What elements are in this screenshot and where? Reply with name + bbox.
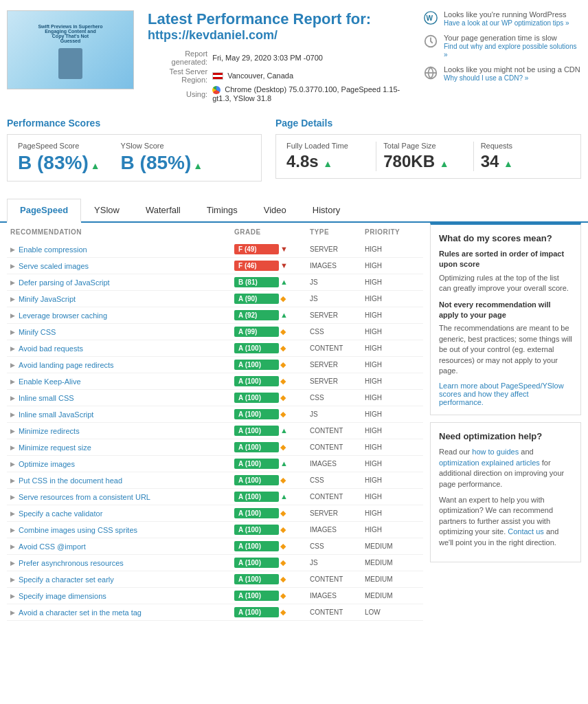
col-recommendation: RECOMMENDATION — [10, 228, 234, 236]
table-row: ▶ Specify a character set early A (100)◆… — [7, 571, 423, 588]
grade-badge: A (100) — [234, 475, 279, 485]
tab-waterfall[interactable]: Waterfall — [133, 199, 194, 221]
grade-badge: A (100) — [234, 558, 279, 568]
header-tips: W Looks like you're running WordPress Ha… — [423, 10, 581, 104]
grade-trend-up-icon: ▲ — [280, 311, 288, 319]
scores-box: PageSpeed Score B (83%)▲ YSlow Score B (… — [7, 134, 262, 182]
priority-cell: HIGH — [365, 493, 420, 500]
rec-name[interactable]: ▶ Minimize request size — [10, 443, 234, 452]
fully-loaded-time: Fully Loaded Time 4.8s ▲ — [286, 142, 376, 171]
tip-cdn-link[interactable]: Why should I use a CDN? » — [444, 74, 528, 82]
tab-history[interactable]: History — [299, 199, 353, 221]
expand-arrow-icon: ▶ — [10, 263, 15, 270]
type-cell: CONTENT — [310, 608, 365, 616]
table-row: ▶ Serve resources from a consistent URL … — [7, 489, 423, 505]
rec-name[interactable]: ▶ Enable compression — [10, 245, 234, 254]
type-cell: CONTENT — [310, 575, 365, 583]
tab-video[interactable]: Video — [251, 199, 299, 221]
requests-value: 34 ▲ — [481, 152, 563, 171]
table-row: ▶ Avoid a character set in the meta tag … — [7, 604, 423, 621]
tab-pagespeed[interactable]: PageSpeed — [7, 199, 81, 223]
grade-cell: A (100)◆ — [234, 541, 310, 551]
expand-arrow-icon: ▶ — [10, 609, 15, 616]
site-thumbnail: Swift Previews in SuperheroEngaging Cont… — [7, 10, 134, 89]
rec-name[interactable]: ▶ Serve scaled images — [10, 262, 234, 270]
scores-learn-more-link[interactable]: Learn more about PageSpeed/YSlow scores … — [439, 382, 564, 406]
rec-name[interactable]: ▶ Combine images using CSS sprites — [10, 526, 234, 534]
table-row: ▶ Optimize images A (100)▲ IMAGES HIGH — [7, 456, 423, 472]
grade-cell: A (100)◆ — [234, 393, 310, 403]
pagespeed-trend-icon: ▲ — [91, 160, 100, 171]
recommendations-table: RECOMMENDATION GRADE TYPE PRIORITY ▶ Ena… — [7, 223, 423, 621]
priority-cell: HIGH — [365, 427, 420, 434]
expand-arrow-icon: ▶ — [10, 296, 15, 302]
col-grade: GRADE — [234, 228, 310, 236]
rows-container: ▶ Enable compression F (49)▼ SERVER HIGH… — [7, 241, 423, 621]
rec-name[interactable]: ▶ Minify JavaScript — [10, 295, 234, 303]
grade-cell: A (100)◆ — [234, 376, 310, 386]
rec-name[interactable]: ▶ Serve resources from a consistent URL — [10, 493, 234, 501]
grade-cell: A (100)▲ — [234, 492, 310, 502]
grade-cell: A (100)◆ — [234, 607, 310, 617]
grade-trend-up-icon: ▲ — [280, 278, 288, 286]
report-url[interactable]: https://kevdaniel.com/ — [148, 28, 409, 43]
report-title: Latest Performance Report for: — [148, 10, 409, 28]
type-cell: SERVER — [310, 311, 365, 319]
rec-name[interactable]: ▶ Inline small JavaScript — [10, 410, 234, 419]
how-to-guides-link[interactable]: how to guides — [472, 448, 519, 456]
rec-name[interactable]: ▶ Specify a character set early — [10, 575, 234, 584]
table-row: ▶ Inline small CSS A (100)◆ CSS HIGH — [7, 390, 423, 406]
grade-neutral-icon: ◆ — [280, 476, 286, 484]
expand-arrow-icon: ▶ — [10, 246, 15, 253]
table-row: ▶ Prefer asynchronous resources A (100)◆… — [7, 555, 423, 571]
grade-neutral-icon: ◆ — [280, 443, 286, 451]
type-cell: JS — [310, 559, 365, 566]
rec-name[interactable]: ▶ Minify CSS — [10, 328, 234, 336]
rec-name[interactable]: ▶ Avoid CSS @import — [10, 542, 234, 551]
grade-badge: A (100) — [234, 508, 279, 518]
optimization-title: Need optimization help? — [439, 431, 572, 441]
grade-badge: A (100) — [234, 426, 279, 436]
grade-badge: A (100) — [234, 591, 279, 601]
grade-cell: A (100)◆ — [234, 442, 310, 452]
rec-name[interactable]: ▶ Put CSS in the document head — [10, 476, 234, 485]
tab-yslow[interactable]: YSlow — [81, 199, 133, 221]
table-row: ▶ Specify a cache validator A (100)◆ SER… — [7, 505, 423, 522]
rec-name[interactable]: ▶ Avoid bad requests — [10, 344, 234, 353]
expand-arrow-icon: ▶ — [10, 593, 15, 600]
grade-badge: A (100) — [234, 343, 279, 353]
grade-neutral-icon: ◆ — [280, 410, 286, 418]
rec-name[interactable]: ▶ Avoid landing page redirects — [10, 361, 234, 369]
grade-neutral-icon: ◆ — [280, 294, 286, 302]
optimization-articles-link[interactable]: optimization explained articles — [439, 459, 540, 467]
clock-icon — [423, 34, 438, 49]
rec-name[interactable]: ▶ Inline small CSS — [10, 394, 234, 402]
tab-timings[interactable]: Timings — [194, 199, 251, 221]
rec-name[interactable]: ▶ Enable Keep-Alive — [10, 377, 234, 386]
contact-us-link[interactable]: Contact us — [508, 527, 544, 536]
grade-trend-down-icon: ▼ — [280, 261, 288, 270]
rec-name[interactable]: ▶ Prefer asynchronous resources — [10, 559, 234, 567]
rec-name[interactable]: ▶ Specify a cache validator — [10, 509, 234, 518]
grade-cell: A (100)◆ — [234, 508, 310, 518]
grade-badge: A (100) — [234, 574, 279, 584]
rec-name[interactable]: ▶ Leverage browser caching — [10, 311, 234, 320]
rec-name[interactable]: ▶ Defer parsing of JavaScript — [10, 278, 234, 287]
rec-name[interactable]: ▶ Minimize redirects — [10, 427, 234, 435]
scores-highlight1: Rules are sorted in order of impact upon… — [439, 249, 572, 270]
scores-text1: Optimizing rules at the top of the list … — [439, 273, 572, 294]
col-type: TYPE — [310, 228, 365, 236]
tip-slow-link[interactable]: Find out why and explore possible soluti… — [444, 43, 576, 58]
header: Swift Previews in SuperheroEngaging Cont… — [0, 0, 588, 114]
tip-wordpress-link[interactable]: Have a look at our WP optimization tips … — [444, 19, 569, 27]
table-row: ▶ Minimize redirects A (100)▲ CONTENT HI… — [7, 423, 423, 439]
rec-name[interactable]: ▶ Specify image dimensions — [10, 592, 234, 600]
tip-wordpress: W Looks like you're running WordPress Ha… — [423, 10, 581, 27]
priority-cell: HIGH — [365, 460, 420, 468]
grade-badge: A (100) — [234, 409, 279, 419]
rec-name[interactable]: ▶ Avoid a character set in the meta tag — [10, 608, 234, 617]
table-row: ▶ Minimize request size A (100)◆ CONTENT… — [7, 439, 423, 456]
chrome-icon — [212, 86, 220, 94]
optimization-text1: Read our how to guides and optimization … — [439, 447, 572, 490]
rec-name[interactable]: ▶ Optimize images — [10, 460, 234, 468]
